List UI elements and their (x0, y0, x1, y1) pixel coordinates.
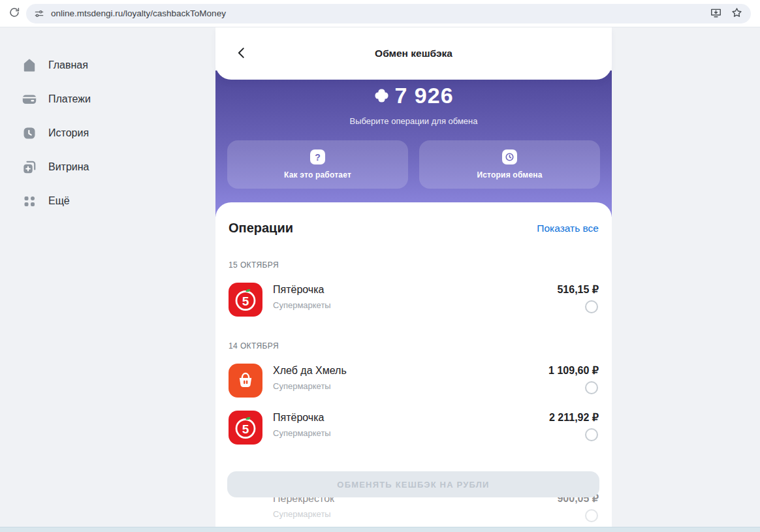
merchant-category: Супермаркеты (273, 509, 334, 519)
cashback-amount: 7 926 (394, 83, 453, 108)
home-icon (22, 57, 37, 73)
exchange-history-label: История обмена (477, 170, 542, 180)
sidebar-item-label: Главная (48, 59, 88, 71)
operation-row[interactable]: 5 (229, 411, 599, 445)
hero-actions: ? Как это работает История обмена (215, 140, 612, 189)
operation-select-radio[interactable] (585, 381, 598, 394)
url-text[interactable]: online.mtsdengi.ru/loyalty/cashbackToMon… (51, 8, 704, 18)
sidebar-item-home[interactable]: Главная (0, 48, 215, 82)
merchant-category: Супермаркеты (273, 381, 347, 391)
back-button[interactable] (231, 43, 252, 64)
exchange-cashback-button[interactable]: ОБМЕНЯТЬ КЕШБЭК НА РУБЛИ (227, 471, 599, 497)
install-app-button[interactable] (706, 5, 725, 23)
clock-icon (502, 149, 517, 164)
sidebar-item-label: Платежи (48, 93, 91, 105)
merchant-category: Супермаркеты (273, 300, 331, 310)
reload-icon (8, 7, 20, 20)
merchant-name: Хлеб да Хмель (273, 365, 347, 377)
merchant-name: Пятёрочка (273, 412, 331, 424)
operation-amount: 516,15 ₽ (557, 283, 599, 296)
svg-text:5: 5 (242, 422, 249, 436)
sidebar-item-label: Витрина (48, 161, 89, 173)
taskbar-edge (0, 527, 760, 532)
bookmark-button[interactable] (727, 5, 746, 23)
operation-row[interactable]: 5 (229, 364, 599, 398)
browser-toolbar: online.mtsdengi.ru/loyalty/cashbackToMon… (0, 0, 760, 27)
install-app-icon (710, 7, 722, 21)
merchant-category: Супермаркеты (273, 428, 331, 438)
operations-title: Операции (229, 221, 293, 236)
operation-row[interactable]: 5 (229, 283, 599, 317)
history-clock-icon (22, 125, 37, 141)
date-group-label: 14 ОКТЯБРЯ (229, 341, 599, 351)
more-grid-icon (22, 193, 37, 209)
site-settings-icon[interactable] (34, 8, 44, 19)
hero-subtitle: Выберите операции для обмена (215, 116, 612, 126)
showcase-icon (22, 159, 37, 175)
date-group-label: 15 ОКТЯБРЯ (229, 260, 599, 270)
app-screen: Обмен кешбэка 7 926 Выберите операции дл… (215, 27, 612, 532)
address-bar[interactable]: online.mtsdengi.ru/loyalty/cashbackToMon… (26, 4, 751, 23)
cashback-balance: 7 926 (215, 83, 612, 108)
sidebar-nav: Главная Платежи История (0, 27, 215, 527)
bookmark-star-icon (731, 7, 743, 21)
merchant-name: Пятёрочка (273, 284, 331, 296)
sidebar-item-showcase[interactable]: Витрина (0, 150, 215, 184)
page-title: Обмен кешбэка (375, 48, 452, 59)
operation-amount: 1 109,60 ₽ (548, 364, 599, 377)
how-it-works-label: Как это работает (284, 170, 351, 180)
wallet-icon (22, 91, 37, 107)
hleb-da-hmel-logo (229, 364, 262, 398)
show-all-link[interactable]: Показать все (537, 223, 599, 234)
sidebar-item-payments[interactable]: Платежи (0, 82, 215, 116)
screen-header: Обмен кешбэка (215, 27, 612, 80)
pyaterochka-logo: 5 (229, 283, 262, 317)
operation-select-radio[interactable] (585, 300, 598, 313)
question-icon: ? (310, 149, 325, 164)
pyaterochka-logo: 5 (229, 411, 262, 445)
operation-select-radio[interactable] (585, 428, 598, 441)
operations-card: Операции Показать все 15 ОКТЯБРЯ 5 (215, 202, 612, 532)
how-it-works-button[interactable]: ? Как это работает (227, 140, 408, 189)
chevron-left-icon (234, 46, 249, 62)
reload-button[interactable] (5, 4, 24, 23)
operations-header: Операции Показать все (229, 202, 599, 236)
sidebar-item-more[interactable]: Ещё (0, 184, 215, 218)
sidebar-item-label: История (48, 127, 89, 139)
operation-amount: 2 211,92 ₽ (549, 411, 599, 424)
sidebar-item-history[interactable]: История (0, 116, 215, 150)
exchange-history-button[interactable]: История обмена (419, 140, 600, 189)
svg-text:5: 5 (242, 294, 249, 308)
cashback-plus-icon (373, 87, 390, 104)
operation-select-radio[interactable] (585, 509, 598, 522)
sidebar-item-label: Ещё (48, 195, 70, 207)
